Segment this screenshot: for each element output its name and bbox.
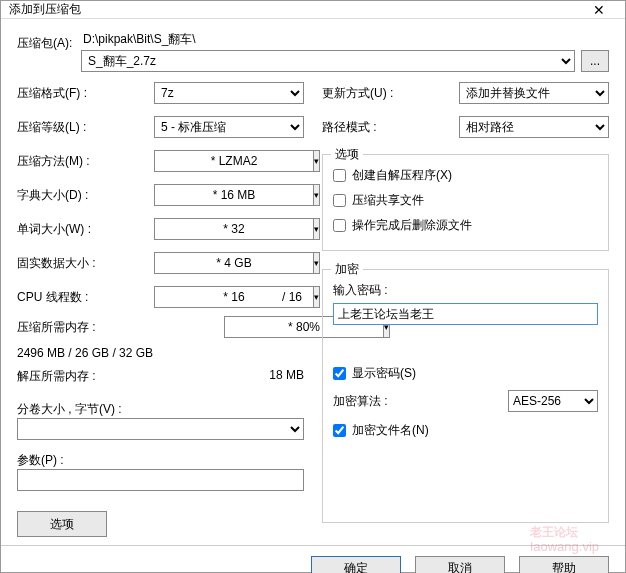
shared-label: 压缩共享文件	[352, 192, 424, 209]
encrypt-names-check[interactable]	[333, 424, 346, 437]
word-label: 单词大小(W) :	[17, 221, 154, 238]
mem-comp-label: 压缩所需内存 :	[17, 319, 224, 336]
mem-decomp-value: 18 MB	[269, 368, 304, 385]
cpu-select[interactable]: ▾	[154, 286, 234, 308]
chevron-down-icon[interactable]: ▾	[313, 218, 320, 240]
delete-label: 操作完成后删除源文件	[352, 217, 472, 234]
encrypt-legend: 加密	[331, 261, 363, 278]
format-label: 压缩格式(F) :	[17, 85, 154, 102]
footer: 确定 取消 帮助	[1, 545, 625, 573]
method-value[interactable]	[154, 150, 313, 172]
format-select[interactable]: 7z	[154, 82, 304, 104]
params-input[interactable]	[17, 469, 304, 491]
browse-button[interactable]: ...	[581, 50, 609, 72]
update-select[interactable]: 添加并替换文件	[459, 82, 609, 104]
show-password-checkbox[interactable]: 显示密码(S)	[333, 365, 598, 382]
word-select[interactable]: ▾	[154, 218, 304, 240]
encrypt-names-label: 加密文件名(N)	[352, 422, 429, 439]
method-label: 压缩方法(M) :	[17, 153, 154, 170]
show-password-label: 显示密码(S)	[352, 365, 416, 382]
dict-select[interactable]: ▾	[154, 184, 304, 206]
titlebar: 添加到压缩包 ✕	[1, 1, 625, 19]
show-password-check[interactable]	[333, 367, 346, 380]
volume-label: 分卷大小 , 字节(V) :	[17, 401, 304, 418]
algo-select[interactable]: AES-256	[508, 390, 598, 412]
options-group: 选项 创建自解压程序(X) 压缩共享文件 操作完成后删除源文件	[322, 154, 609, 251]
cancel-button[interactable]: 取消	[415, 556, 505, 573]
options-legend: 选项	[331, 146, 363, 163]
algo-label: 加密算法 :	[333, 393, 508, 410]
update-label: 更新方式(U) :	[322, 85, 459, 102]
level-select[interactable]: 5 - 标准压缩	[154, 116, 304, 138]
chevron-down-icon[interactable]: ▾	[313, 184, 320, 206]
dict-value[interactable]	[154, 184, 313, 206]
window-title: 添加到压缩包	[7, 1, 579, 18]
pathmode-label: 路径模式 :	[322, 119, 459, 136]
cpu-label: CPU 线程数 :	[17, 289, 154, 306]
solid-value[interactable]	[154, 252, 313, 274]
method-select[interactable]: ▾	[154, 150, 304, 172]
solid-select[interactable]: ▾	[154, 252, 304, 274]
columns: 压缩格式(F) : 7z 压缩等级(L) : 5 - 标准压缩 压缩方法(M) …	[17, 82, 609, 537]
dialog-body: 压缩包(A): D:\pikpak\Bit\S_翻车\ S_翻车_2.7z ..…	[1, 19, 625, 545]
sfx-check[interactable]	[333, 169, 346, 182]
archive-path-wrap: D:\pikpak\Bit\S_翻车\ S_翻车_2.7z ...	[81, 31, 609, 72]
mem-comp-select[interactable]: ▾	[224, 316, 304, 338]
right-column: 更新方式(U) : 添加并替换文件 路径模式 : 相对路径 选项 创建自解压程序…	[322, 82, 609, 537]
level-label: 压缩等级(L) :	[17, 119, 154, 136]
archive-label: 压缩包(A):	[17, 31, 81, 52]
encrypt-names-checkbox[interactable]: 加密文件名(N)	[333, 422, 598, 439]
solid-label: 固实数据大小 :	[17, 255, 154, 272]
delete-checkbox[interactable]: 操作完成后删除源文件	[333, 217, 598, 234]
mem-decomp-label: 解压所需内存 :	[17, 368, 269, 385]
archive-filename-select[interactable]: S_翻车_2.7z	[81, 50, 575, 72]
left-column: 压缩格式(F) : 7z 压缩等级(L) : 5 - 标准压缩 压缩方法(M) …	[17, 82, 304, 537]
encrypt-group: 加密 输入密码 : 显示密码(S) 加密算法 : AES-256 加密文件名(N…	[322, 269, 609, 523]
volume-select[interactable]	[17, 418, 304, 440]
pathmode-select[interactable]: 相对路径	[459, 116, 609, 138]
cpu-total: / 16	[234, 290, 304, 304]
word-value[interactable]	[154, 218, 313, 240]
shared-check[interactable]	[333, 194, 346, 207]
delete-check[interactable]	[333, 219, 346, 232]
sfx-checkbox[interactable]: 创建自解压程序(X)	[333, 167, 598, 184]
dialog: 添加到压缩包 ✕ 压缩包(A): D:\pikpak\Bit\S_翻车\ S_翻…	[0, 0, 626, 573]
password-input[interactable]	[333, 303, 598, 325]
help-button[interactable]: 帮助	[519, 556, 609, 573]
params-label: 参数(P) :	[17, 452, 304, 469]
chevron-down-icon[interactable]: ▾	[313, 150, 320, 172]
options-button[interactable]: 选项	[17, 511, 107, 537]
close-icon[interactable]: ✕	[579, 2, 619, 18]
chevron-down-icon[interactable]: ▾	[313, 286, 320, 308]
ok-button[interactable]: 确定	[311, 556, 401, 573]
shared-checkbox[interactable]: 压缩共享文件	[333, 192, 598, 209]
dict-label: 字典大小(D) :	[17, 187, 154, 204]
sfx-label: 创建自解压程序(X)	[352, 167, 452, 184]
mem-comp-sub: 2496 MB / 26 GB / 32 GB	[17, 346, 304, 360]
chevron-down-icon[interactable]: ▾	[313, 252, 320, 274]
archive-path: D:\pikpak\Bit\S_翻车\	[81, 31, 609, 48]
password-label: 输入密码 :	[333, 282, 598, 299]
archive-row: 压缩包(A): D:\pikpak\Bit\S_翻车\ S_翻车_2.7z ..…	[17, 31, 609, 72]
